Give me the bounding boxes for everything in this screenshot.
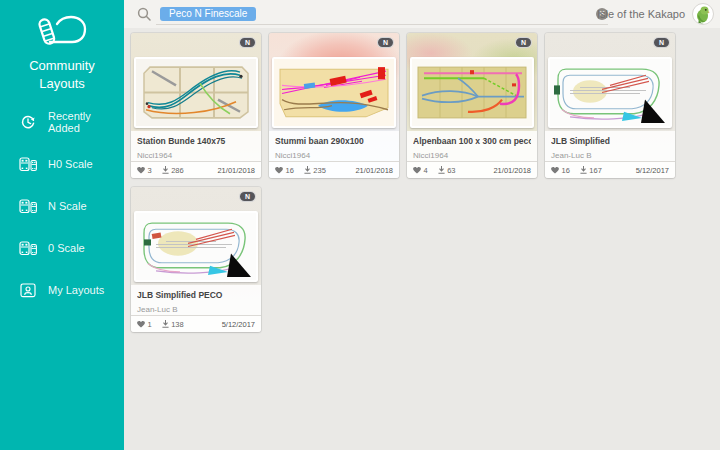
card-footer: 1 138 5/12/2017 <box>131 315 261 332</box>
download-icon <box>580 166 587 174</box>
user-account-area[interactable]: Isle of the Kakapo <box>597 0 714 28</box>
downloads-stat: 167 <box>580 166 602 175</box>
layout-thumbnail <box>134 57 258 128</box>
layout-card-grid: N <box>124 28 684 332</box>
downloads-count: 235 <box>313 166 326 175</box>
scale-badge: N <box>653 37 670 48</box>
sidebar-nav: Recently Added H0 Scale <box>0 101 124 311</box>
card-date: 21/01/2018 <box>355 166 393 175</box>
layout-card-alpenbaan[interactable]: N <box>407 33 537 178</box>
scale-badge: N <box>239 191 256 202</box>
user-name: Isle of the Kakapo <box>597 8 685 20</box>
scale-badge: N <box>239 37 256 48</box>
layout-thumbnail <box>272 57 396 128</box>
heart-icon <box>413 167 421 174</box>
card-date: 21/01/2018 <box>493 166 531 175</box>
likes-stat: 16 <box>275 166 294 175</box>
card-title: JLB Simplified <box>551 136 669 146</box>
likes-stat: 16 <box>551 166 570 175</box>
layout-card-jlb-simplified[interactable]: N JLB Simplified Jean-Lu <box>545 33 675 178</box>
heart-icon <box>137 167 145 174</box>
history-icon <box>19 113 37 131</box>
downloads-count: 138 <box>171 320 184 329</box>
search-input-underline[interactable] <box>156 24 608 25</box>
card-author: Jean-Luc B <box>551 151 669 160</box>
likes-count: 3 <box>148 166 152 175</box>
sidebar-title-line1: Community <box>0 57 124 75</box>
downloads-stat: 138 <box>162 320 184 329</box>
card-author: Nicci1964 <box>275 151 393 160</box>
sidebar-item-label: 0 Scale <box>48 242 85 254</box>
topbar: Peco N Finescale ✕ Isle of the Kakapo <box>124 0 720 28</box>
locomotives-icon <box>19 239 37 257</box>
rolled-track-cloud-logo-icon <box>36 12 88 52</box>
layouts-grid-area: N <box>124 28 720 450</box>
locomotives-icon <box>19 155 37 173</box>
card-info: Stummi baan 290x100 Nicci1964 <box>269 131 399 161</box>
downloads-stat: 286 <box>162 166 184 175</box>
downloads-count: 167 <box>589 166 602 175</box>
layout-thumbnail <box>410 57 534 128</box>
likes-stat: 3 <box>137 166 152 175</box>
download-icon <box>162 320 169 328</box>
card-footer: 4 63 21/01/2018 <box>407 161 537 178</box>
card-title: Station Bunde 140x75 <box>137 136 255 146</box>
layout-thumbnail <box>548 57 672 128</box>
card-info: JLB Simplified Jean-Luc B <box>545 131 675 161</box>
search-icon <box>137 7 151 21</box>
avatar <box>692 3 714 25</box>
card-author: Nicci1964 <box>137 151 255 160</box>
card-author: Nicci1964 <box>413 151 531 160</box>
heart-icon <box>275 167 283 174</box>
layout-card-station-bunde[interactable]: N <box>131 33 261 178</box>
downloads-stat: 235 <box>304 166 326 175</box>
sidebar-item-label: N Scale <box>48 200 87 212</box>
card-footer: 3 286 21/01/2018 <box>131 161 261 178</box>
sidebar-item-label: My Layouts <box>48 284 104 296</box>
likes-count: 1 <box>148 320 152 329</box>
card-author: Jean-Luc B <box>137 305 255 314</box>
card-footer: 16 167 5/12/2017 <box>545 161 675 178</box>
likes-count: 16 <box>562 166 570 175</box>
layout-card-jlb-simplified-peco[interactable]: N JLB Simplified PECO <box>131 187 261 332</box>
sidebar-item-h0-scale[interactable]: H0 Scale <box>0 143 124 185</box>
sidebar: Community Layouts Recently Added <box>0 0 124 450</box>
sidebar-item-recently-added[interactable]: Recently Added <box>0 101 124 143</box>
layout-card-stummi-baan[interactable]: N <box>269 33 399 178</box>
downloads-count: 63 <box>447 166 455 175</box>
sidebar-item-label: Recently Added <box>48 110 124 134</box>
card-date: 5/12/2017 <box>222 320 255 329</box>
sidebar-item-my-layouts[interactable]: My Layouts <box>0 269 124 311</box>
sidebar-title: Community Layouts <box>0 57 124 93</box>
scale-badge: N <box>515 37 532 48</box>
card-date: 5/12/2017 <box>636 166 669 175</box>
card-info: JLB Simplified PECO Jean-Luc B <box>131 285 261 315</box>
likes-count: 4 <box>424 166 428 175</box>
downloads-stat: 63 <box>438 166 456 175</box>
card-info: Station Bunde 140x75 Nicci1964 <box>131 131 261 161</box>
sidebar-item-label: H0 Scale <box>48 158 93 170</box>
sidebar-header-community-layouts[interactable]: Community Layouts <box>0 0 124 93</box>
search-filter-tag[interactable]: Peco N Finescale <box>160 7 256 21</box>
heart-icon <box>551 167 559 174</box>
download-icon <box>438 166 445 174</box>
layout-thumbnail <box>134 211 258 282</box>
my-layouts-icon <box>19 281 37 299</box>
card-title: JLB Simplified PECO <box>137 290 255 300</box>
sidebar-item-0-scale[interactable]: 0 Scale <box>0 227 124 269</box>
download-icon <box>162 166 169 174</box>
likes-stat: 1 <box>137 320 152 329</box>
sidebar-item-n-scale[interactable]: N Scale <box>0 185 124 227</box>
download-icon <box>304 166 311 174</box>
locomotives-icon <box>19 197 37 215</box>
downloads-count: 286 <box>171 166 184 175</box>
likes-stat: 4 <box>413 166 428 175</box>
scale-badge: N <box>377 37 394 48</box>
likes-count: 16 <box>286 166 294 175</box>
card-footer: 16 235 21/01/2018 <box>269 161 399 178</box>
card-title: Stummi baan 290x100 <box>275 136 393 146</box>
card-date: 21/01/2018 <box>217 166 255 175</box>
heart-icon <box>137 321 145 328</box>
sidebar-title-line2: Layouts <box>0 75 124 93</box>
card-title: Alpenbaan 100 x 300 cm peco code <box>413 136 531 146</box>
